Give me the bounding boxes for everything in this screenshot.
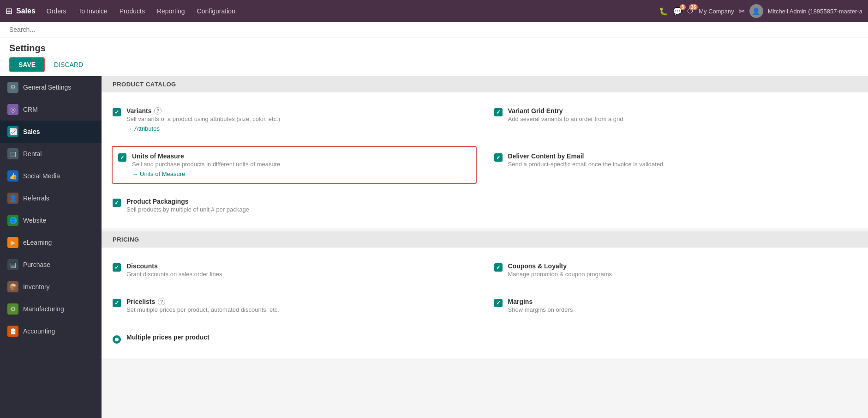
margins-checkbox[interactable] [494, 299, 503, 307]
variant-grid-setting: Variant Grid Entry Add several variants … [494, 102, 857, 138]
company-name[interactable]: My Company [699, 8, 734, 15]
sidebar-label-crm: CRM [23, 106, 38, 113]
username[interactable]: Mitchell Admin (18955857-master-a [768, 8, 862, 15]
pricing-section: Pricing Discounts Grant discounts on sal… [102, 231, 868, 358]
sidebar-item-referrals[interactable]: 👤 Referrals [0, 187, 102, 209]
pricelists-content: Pricelists ? Set multiple prices per pro… [126, 298, 279, 313]
multiple-prices-radio[interactable] [113, 334, 121, 344]
coupons-checkbox-teal[interactable] [494, 263, 503, 272]
app-logo[interactable]: ⊞ Sales [6, 6, 36, 16]
accounting-icon: 📋 [7, 326, 18, 337]
product-catalog-body: Variants ? Sell variants of a product us… [102, 92, 868, 228]
margins-checkbox-teal[interactable] [494, 299, 503, 307]
search-bar-row [0, 22, 868, 37]
discounts-checkbox-teal[interactable] [113, 263, 121, 272]
sidebar-item-social-media[interactable]: 👍 Social Media [0, 165, 102, 187]
page-header: Settings SAVE DISCARD [0, 37, 868, 76]
bug-icon[interactable]: 🐛 [659, 7, 668, 16]
product-catalog-section: Product Catalog Variants ? Sell [102, 76, 868, 228]
save-button[interactable]: SAVE [9, 57, 45, 72]
variant-grid-content: Variant Grid Entry Add several variants … [508, 107, 623, 122]
margins-content: Margins Show margins on orders [508, 298, 573, 313]
product-packagings-setting: Product Packagings Sell products by mult… [113, 192, 476, 218]
elearning-icon: ▶ [7, 237, 18, 248]
deliver-content-desc: Send a product-specific email once the i… [508, 161, 664, 168]
nav-products[interactable]: Products [114, 4, 150, 18]
section-divider-1 [102, 228, 868, 231]
nav-reporting[interactable]: Reporting [151, 4, 191, 18]
sidebar-item-accounting[interactable]: 📋 Accounting [0, 320, 102, 342]
units-of-measure-checkbox[interactable] [118, 153, 126, 162]
attributes-link[interactable]: Attributes [126, 125, 160, 132]
variant-grid-checkbox-teal[interactable] [494, 108, 503, 116]
multiple-prices-content: Multiple prices per product [126, 333, 210, 341]
sidebar-label-rental: Rental [23, 150, 42, 158]
sidebar-item-rental[interactable]: ▤ Rental [0, 143, 102, 165]
variants-help-icon[interactable]: ? [154, 107, 162, 115]
pricelists-checkbox[interactable] [113, 299, 121, 307]
nav-to-invoice[interactable]: To Invoice [73, 4, 113, 18]
pricelists-desc: Set multiple prices per product, automat… [126, 306, 279, 313]
product-packagings-checkbox[interactable] [113, 199, 121, 207]
discuss-icon[interactable]: 💬 5 [673, 7, 682, 16]
deliver-content-checkbox-teal[interactable] [494, 153, 503, 162]
sidebar-label-elearning: eLearning [23, 239, 52, 246]
units-of-measure-label: Units of Measure [132, 152, 280, 160]
sidebar-label-accounting: Accounting [23, 327, 55, 335]
units-of-measure-checkbox-teal[interactable] [118, 153, 126, 162]
nav-orders[interactable]: Orders [41, 4, 72, 18]
product-packagings-checkbox-teal[interactable] [113, 199, 121, 207]
nav-configuration[interactable]: Configuration [192, 4, 241, 18]
sidebar-item-general-settings[interactable]: ⚙ General Settings [0, 76, 102, 98]
multiple-prices-radio-teal[interactable] [113, 335, 121, 344]
units-of-measure-content: Units of Measure Sell and purchase produ… [132, 152, 280, 177]
deliver-content-setting: Deliver Content by Email Send a product-… [494, 147, 857, 183]
sidebar-label-purchase: Purchase [23, 261, 50, 268]
manufacturing-icon: ⚙ [7, 303, 18, 315]
pricelists-help-icon[interactable]: ? [158, 298, 165, 305]
units-of-measure-desc: Sell and purchase products in different … [132, 161, 280, 168]
avatar[interactable]: 👤 [749, 4, 763, 18]
tools-icon[interactable]: ✂ [739, 7, 745, 16]
discard-button[interactable]: DISCARD [48, 58, 89, 71]
coupons-checkbox[interactable] [494, 263, 503, 272]
variant-grid-checkbox[interactable] [494, 108, 503, 116]
units-of-measure-setting: Units of Measure Sell and purchase produ… [112, 146, 477, 184]
margins-desc: Show margins on orders [508, 306, 573, 313]
units-of-measure-link[interactable]: Units of Measure [132, 170, 185, 177]
messages-badge: 5 [680, 4, 686, 10]
page-title: Settings [9, 43, 859, 54]
sidebar-label-referrals: Referrals [23, 194, 49, 202]
tasks-badge: 36 [689, 4, 698, 10]
settings-content: Product Catalog Variants ? Sell [102, 76, 868, 418]
product-packagings-desc: Sell products by multiple of unit # per … [126, 206, 249, 213]
product-catalog-grid: Variants ? Sell variants of a product us… [113, 102, 857, 218]
sidebar-item-elearning[interactable]: ▶ eLearning [0, 231, 102, 254]
crm-icon: ◎ [7, 104, 18, 115]
sidebar-item-sales[interactable]: 📈 Sales [0, 121, 102, 143]
main-layout: ⚙ General Settings ◎ CRM 📈 Sales ▤ Renta… [0, 76, 868, 418]
variant-grid-desc: Add several variants to an order from a … [508, 115, 623, 122]
sidebar-item-purchase[interactable]: ▤ Purchase [0, 254, 102, 276]
margins-setting: Margins Show margins on orders [494, 292, 857, 319]
purchase-icon: ▤ [7, 259, 18, 270]
pricelists-setting: Pricelists ? Set multiple prices per pro… [113, 292, 476, 319]
sales-icon: 📈 [7, 126, 18, 137]
sidebar-item-manufacturing[interactable]: ⚙ Manufacturing [0, 298, 102, 320]
margins-label: Margins [508, 298, 573, 305]
sidebar-label-general-settings: General Settings [23, 84, 71, 91]
sidebar-item-crm[interactable]: ◎ CRM [0, 98, 102, 121]
variants-checkbox-teal[interactable] [113, 108, 121, 116]
sidebar-item-inventory[interactable]: 📦 Inventory [0, 276, 102, 298]
activity-icon[interactable]: ⏱ 36 [687, 7, 694, 15]
variants-checkbox[interactable] [113, 108, 121, 116]
coupons-label: Coupons & Loyalty [508, 262, 612, 270]
discounts-checkbox[interactable] [113, 263, 121, 272]
discounts-content: Discounts Grant discounts on sales order… [126, 262, 222, 278]
pricelists-checkbox-teal[interactable] [113, 299, 121, 307]
search-input[interactable] [9, 26, 859, 33]
deliver-content-checkbox[interactable] [494, 153, 503, 162]
sidebar-item-website[interactable]: 🌐 Website [0, 209, 102, 231]
variants-label: Variants ? [126, 107, 280, 115]
rental-icon: ▤ [7, 148, 18, 159]
